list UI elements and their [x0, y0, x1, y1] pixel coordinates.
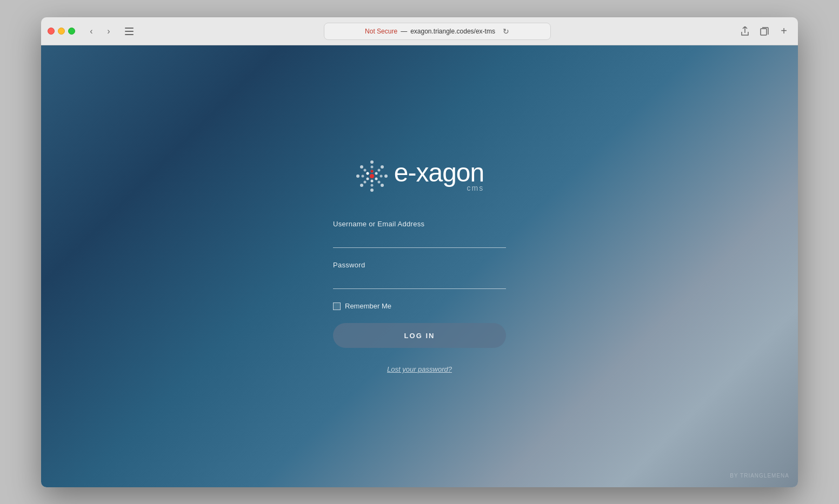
svg-point-14	[379, 175, 382, 178]
svg-point-16	[370, 184, 373, 187]
svg-rect-3	[761, 29, 767, 35]
svg-point-21	[375, 172, 377, 175]
traffic-lights	[48, 28, 75, 35]
logo-area: e-xagon cms	[355, 159, 484, 193]
svg-point-18	[361, 175, 364, 178]
logo-text-area: e-xagon cms	[394, 160, 484, 192]
maximize-button[interactable]	[68, 28, 75, 35]
svg-point-28	[366, 172, 369, 175]
svg-rect-2	[125, 34, 134, 35]
address-bar[interactable]: Not Secure — exagon.triangle.codes/ex-tm…	[324, 23, 551, 40]
browser-titlebar: ‹ › Not Secure — exagon.triangle.codes/e…	[41, 17, 798, 45]
url-separator: —	[401, 28, 407, 35]
remember-me-label[interactable]: Remember Me	[345, 302, 391, 310]
svg-point-27	[370, 170, 373, 173]
minimize-button[interactable]	[58, 28, 65, 35]
login-button[interactable]: LOG IN	[333, 323, 506, 348]
share-button[interactable]	[737, 24, 753, 39]
address-bar-container: Not Secure — exagon.triangle.codes/ex-tm…	[152, 23, 722, 40]
logo-brand: e-xagon	[394, 160, 484, 186]
username-label: Username or Email Address	[333, 220, 506, 228]
sidebar-toggle-button[interactable]	[122, 24, 137, 39]
svg-point-9	[360, 184, 363, 187]
remember-me-checkbox[interactable]	[333, 303, 341, 310]
logo-cms: cms	[394, 184, 484, 192]
remember-me-group: Remember Me	[333, 302, 506, 310]
password-group: Password	[333, 261, 506, 289]
login-container: e-xagon cms Username or Email Address Pa…	[333, 159, 506, 373]
username-group: Username or Email Address	[333, 220, 506, 248]
username-input[interactable]	[333, 232, 506, 248]
watermark: BY TRIANGLEMENA	[730, 473, 789, 479]
svg-point-24	[366, 178, 369, 180]
lost-password-link[interactable]: Lost your password?	[387, 365, 452, 373]
close-button[interactable]	[48, 28, 55, 35]
svg-point-5	[381, 165, 384, 169]
svg-point-11	[360, 165, 363, 169]
svg-point-17	[363, 181, 366, 184]
svg-point-23	[370, 180, 373, 183]
svg-point-7	[381, 184, 384, 187]
svg-point-26	[370, 174, 374, 178]
svg-point-10	[356, 174, 359, 178]
svg-point-13	[377, 169, 380, 172]
svg-point-6	[384, 174, 388, 178]
not-secure-label: Not Secure	[365, 28, 397, 35]
nav-buttons: ‹ ›	[84, 24, 116, 39]
svg-point-15	[377, 181, 380, 184]
logo-icon	[355, 159, 389, 193]
svg-rect-0	[125, 28, 134, 29]
svg-point-4	[370, 160, 374, 164]
browser-window: ‹ › Not Secure — exagon.triangle.codes/e…	[41, 17, 798, 487]
page-content: e-xagon cms Username or Email Address Pa…	[41, 45, 798, 487]
duplicate-tab-button[interactable]	[757, 24, 772, 39]
password-label: Password	[333, 261, 506, 269]
password-input[interactable]	[333, 273, 506, 289]
new-tab-button[interactable]: +	[776, 24, 791, 39]
svg-point-22	[375, 178, 377, 180]
svg-point-19	[363, 169, 366, 172]
back-button[interactable]: ‹	[84, 24, 99, 39]
forward-button[interactable]: ›	[101, 24, 116, 39]
svg-rect-1	[125, 31, 134, 32]
url-address: exagon.triangle.codes/ex-tms	[410, 28, 495, 35]
reload-icon[interactable]: ↻	[503, 27, 509, 36]
svg-point-8	[370, 189, 374, 192]
toolbar-right: +	[737, 24, 791, 39]
svg-point-12	[370, 166, 373, 169]
